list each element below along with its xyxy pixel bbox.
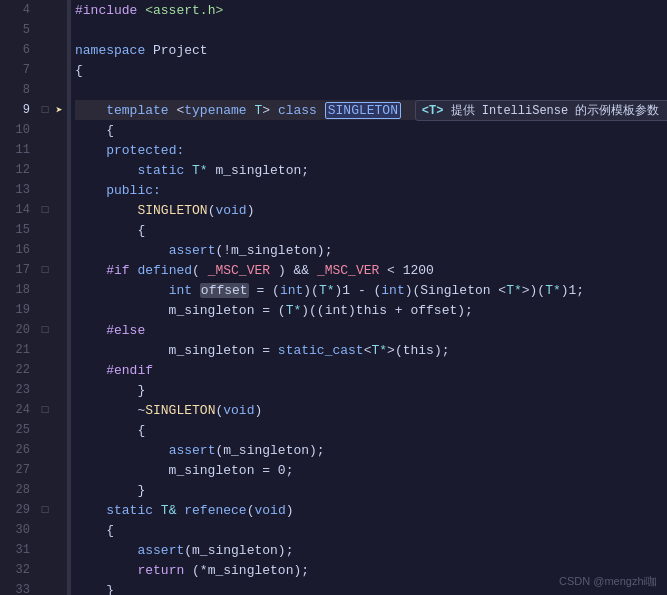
gutter-row: 20□: [0, 320, 67, 340]
code-token: int: [381, 283, 404, 298]
code-line: template <typename T> class SINGLETON <T…: [75, 100, 667, 120]
line-number: 31: [0, 543, 38, 557]
code-line: namespace Project: [75, 40, 667, 60]
code-token: }: [75, 483, 145, 498]
code-token: {: [75, 423, 145, 438]
line-number: 26: [0, 443, 38, 457]
code-token: = (: [249, 283, 280, 298]
code-token: [75, 283, 169, 298]
code-line: assert(m_singleton);: [75, 540, 667, 560]
code-token: return: [137, 563, 184, 578]
code-token: class: [278, 103, 317, 118]
code-token: void: [215, 203, 246, 218]
code-token: refenece: [184, 503, 246, 518]
line-number: 7: [0, 63, 38, 77]
line-number: 29: [0, 503, 38, 517]
breakpoint[interactable]: ➤: [52, 103, 66, 118]
gutter-row: 31: [0, 540, 67, 560]
code-token: [75, 543, 137, 558]
gutter-row: 26: [0, 440, 67, 460]
code-line: {: [75, 120, 667, 140]
fold-icon[interactable]: □: [38, 404, 52, 416]
code-line: SINGLETON(void): [75, 200, 667, 220]
code-token: Project: [145, 43, 207, 58]
code-line: {: [75, 520, 667, 540]
fold-icon[interactable]: □: [38, 504, 52, 516]
code-token: assert: [169, 443, 216, 458]
code-line: #include <assert.h>: [75, 0, 667, 20]
code-token: [75, 243, 169, 258]
code-token: T*: [192, 163, 208, 178]
code-token: m_singleton = 0;: [75, 463, 293, 478]
line-number: 24: [0, 403, 38, 417]
fold-icon[interactable]: □: [38, 324, 52, 336]
code-token: [184, 163, 192, 178]
line-number: 23: [0, 383, 38, 397]
code-token: [153, 503, 161, 518]
gutter-row: 14□: [0, 200, 67, 220]
fold-icon[interactable]: □: [38, 264, 52, 276]
gutter-row: 29□: [0, 500, 67, 520]
line-number: 13: [0, 183, 38, 197]
code-token: T*: [286, 303, 302, 318]
code-token: T&: [161, 503, 177, 518]
gutter-row: 21: [0, 340, 67, 360]
code-token: #endif: [75, 363, 153, 378]
gutter-row: 33: [0, 580, 67, 595]
code-token: (m_singleton);: [215, 443, 324, 458]
code-token: _MSC_VER: [317, 263, 379, 278]
line-number: 14: [0, 203, 38, 217]
code-line: [75, 20, 667, 40]
gutter-row: 32: [0, 560, 67, 580]
code-token: ~: [75, 403, 145, 418]
code-line: assert(m_singleton);: [75, 440, 667, 460]
line-number: 19: [0, 303, 38, 317]
code-token: #include: [75, 3, 145, 18]
gutter-row: 27: [0, 460, 67, 480]
code-line: }: [75, 380, 667, 400]
gutter-row: 11: [0, 140, 67, 160]
fold-icon[interactable]: □: [38, 204, 52, 216]
code-token: {: [75, 123, 114, 138]
code-token: m_singleton =: [75, 343, 278, 358]
code-line: {: [75, 60, 667, 80]
code-line: m_singleton = 0;: [75, 460, 667, 480]
line-number: 17: [0, 263, 38, 277]
gutter-row: 5: [0, 20, 67, 40]
code-token: {: [75, 223, 145, 238]
code-token: T*: [545, 283, 561, 298]
code-content[interactable]: #include <assert.h>namespace Project{ te…: [71, 0, 667, 595]
code-line: #if defined( _MSC_VER ) && _MSC_VER < 12…: [75, 260, 667, 280]
code-token: (: [215, 403, 223, 418]
code-line: int offset = (int)(T*)1 - (int)(Singleto…: [75, 280, 667, 300]
code-token: assert: [169, 243, 216, 258]
line-number: 33: [0, 583, 38, 595]
code-token: >(this);: [387, 343, 449, 358]
code-token: offset: [200, 283, 249, 298]
code-token: (m_singleton);: [184, 543, 293, 558]
code-line: static T& refenece(void): [75, 500, 667, 520]
code-token: )(Singleton <: [405, 283, 506, 298]
code-token: )1;: [561, 283, 584, 298]
code-token: < 1200: [379, 263, 434, 278]
code-token: static: [137, 163, 184, 178]
code-token: T*: [319, 283, 335, 298]
code-token: [130, 263, 138, 278]
code-token: ): [286, 503, 294, 518]
line-number: 25: [0, 423, 38, 437]
code-token: static: [106, 503, 153, 518]
gutter-row: 10: [0, 120, 67, 140]
gutter-row: 7: [0, 60, 67, 80]
code-token: [75, 163, 137, 178]
fold-icon[interactable]: □: [38, 104, 52, 116]
code-token: int: [169, 283, 192, 298]
code-line: #else: [75, 320, 667, 340]
gutter-row: 24□: [0, 400, 67, 420]
code-token: [75, 203, 137, 218]
line-number: 15: [0, 223, 38, 237]
code-line: ~SINGLETON(void): [75, 400, 667, 420]
gutter-row: 25: [0, 420, 67, 440]
code-token: [75, 103, 106, 118]
code-token: )1 - (: [335, 283, 382, 298]
gutter-row: 17□: [0, 260, 67, 280]
